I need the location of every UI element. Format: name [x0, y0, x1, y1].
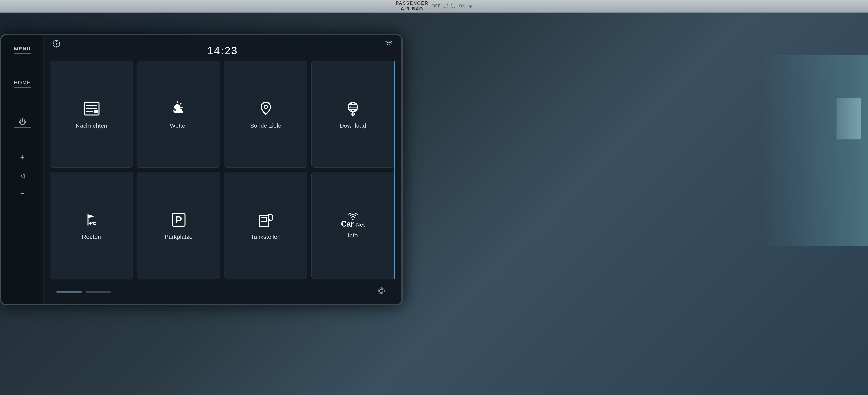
svg-point-36 — [381, 287, 382, 288]
top-bar-inner: 14:23 — [52, 39, 393, 50]
parkplaetze-label: Parkplätze — [164, 233, 192, 241]
sonderziele-label: Sonderziele — [250, 122, 281, 129]
svg-point-35 — [378, 288, 384, 294]
net-text: -Net — [354, 222, 365, 227]
home-underline — [14, 87, 31, 88]
sidebar-item-menu[interactable]: MENU — [1, 44, 43, 56]
svg-point-16 — [264, 105, 268, 109]
svg-point-1 — [56, 43, 57, 45]
power-underline — [14, 127, 31, 128]
power-icon: ⏻ — [19, 118, 26, 125]
car-text: Car — [341, 220, 354, 228]
plus-icon: + — [20, 153, 25, 161]
svg-point-39 — [384, 290, 385, 291]
tile-parkplaetze[interactable]: P Parkplätze — [137, 172, 220, 279]
top-right-icons — [384, 40, 393, 49]
home-label: HOME — [14, 80, 31, 86]
tile-tankstellen[interactable]: Tankstellen — [224, 172, 307, 279]
parkplaetze-icon: P — [169, 210, 188, 229]
nachrichten-label: Nachrichten — [76, 122, 107, 129]
tile-wetter[interactable]: Wetter — [137, 61, 220, 168]
tankstellen-icon — [256, 210, 275, 229]
wifi-icon — [384, 40, 393, 49]
tile-sonderziele[interactable]: Sonderziele — [224, 61, 307, 168]
tile-nachrichten[interactable]: Nachrichten — [50, 61, 133, 168]
svg-line-14 — [180, 103, 181, 104]
wetter-label: Wetter — [170, 122, 187, 129]
sidebar-item-power[interactable]: ⏻ — [1, 116, 43, 130]
svg-point-34 — [380, 289, 383, 292]
top-bar: 14:23 — [44, 35, 401, 54]
carnet-icon: Car -Net — [341, 212, 365, 228]
svg-point-38 — [378, 290, 379, 291]
wetter-icon — [169, 99, 188, 118]
svg-marker-24 — [88, 215, 95, 218]
svg-text:P: P — [175, 214, 182, 226]
volume-icon: ◁ — [20, 172, 25, 179]
routen-label: Routen — [82, 233, 101, 241]
svg-point-26 — [93, 222, 96, 225]
tile-routen[interactable]: Routen — [50, 172, 133, 279]
time-display: 14:23 — [207, 45, 238, 57]
tile-download[interactable]: Download — [311, 61, 394, 168]
airbag-label: PASSENGERAIR BAG — [396, 0, 429, 12]
menu-underline — [14, 53, 31, 54]
grid-row-1: Nachrichten — [50, 61, 394, 168]
sonderziele-icon — [256, 99, 275, 118]
nachrichten-icon — [82, 99, 101, 118]
sidebar-item-minus[interactable]: − — [1, 188, 43, 200]
airbag-off-label: OFF — [432, 4, 441, 8]
scroll-dot-1 — [56, 291, 82, 292]
dashboard: MENU HOME ⏻ + ◁ — [0, 13, 868, 395]
tile-info[interactable]: Car -Net Info — [311, 172, 394, 279]
location-icon — [52, 39, 61, 50]
tankstellen-label: Tankstellen — [251, 233, 280, 241]
routen-icon — [82, 210, 101, 229]
settings-icon[interactable] — [376, 285, 386, 298]
grid-row-2: Routen P — [50, 172, 394, 279]
airbag-on-label: ON — [459, 4, 465, 8]
screen-frame: MENU HOME ⏻ + ◁ — [0, 34, 403, 306]
main-content: 14:23 — [44, 35, 401, 304]
download-icon — [343, 99, 363, 118]
car-interior: PASSENGERAIR BAG OFF ⛶ ⛶ ON ⊗ MENU — [0, 0, 868, 395]
sidebar-item-volume[interactable]: ◁ — [1, 170, 43, 181]
scroll-dot-2 — [86, 291, 112, 292]
carnet-icon-inner: Car -Net — [341, 212, 365, 228]
carnet-text-group: Car -Net — [341, 220, 365, 228]
blue-separator — [394, 61, 395, 279]
info-label: Info — [348, 232, 358, 239]
bottom-bar — [50, 283, 395, 300]
grid-main: Nachrichten — [50, 61, 394, 279]
grid-area: Nachrichten — [44, 54, 401, 304]
scroll-indicators — [56, 291, 112, 292]
svg-rect-30 — [261, 218, 267, 222]
sidebar: MENU HOME ⏻ + ◁ — [1, 35, 44, 304]
download-label: Download — [340, 122, 366, 129]
sidebar-item-home[interactable]: HOME — [1, 78, 43, 90]
sidebar-item-plus[interactable]: + — [1, 151, 43, 163]
svg-line-15 — [173, 110, 174, 111]
menu-label: MENU — [14, 46, 31, 52]
right-panel — [762, 55, 868, 246]
svg-point-37 — [381, 293, 382, 294]
airbag-bar: PASSENGERAIR BAG OFF ⛶ ⛶ ON ⊗ — [0, 0, 868, 13]
svg-point-25 — [89, 222, 92, 225]
grid-with-separator: Nachrichten — [50, 61, 395, 279]
minus-icon: − — [20, 190, 25, 198]
svg-rect-10 — [94, 110, 97, 113]
